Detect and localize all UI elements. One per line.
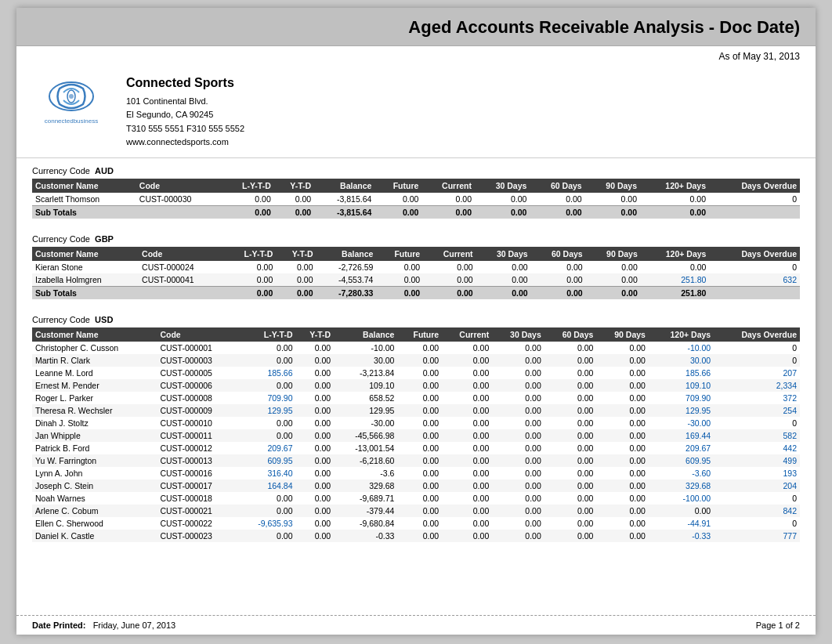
svg-point-2 — [69, 94, 74, 99]
as-of-date: As of May 31, 2013 — [16, 46, 816, 65]
aud-code: AUD — [95, 166, 114, 175]
usd-currency-label: Currency Code USD — [32, 315, 800, 324]
gbp-currency-label: Currency Code GBP — [32, 234, 800, 244]
usd-table: Customer Name Code L-Y-T-D Y-T-D Balance… — [32, 327, 800, 542]
table-row: Patrick B. FordCUST-000012209.670.00-13,… — [32, 442, 800, 454]
subtotal-row: Sub Totals0.000.00-7,280.330.000.000.000… — [32, 286, 800, 299]
col-future: Future — [374, 179, 421, 193]
col-days-overdue: Days Overdue — [709, 179, 800, 193]
company-address1: 101 Continental Blvd. — [126, 95, 244, 109]
col-customer-name: Customer Name — [32, 327, 157, 342]
company-address2: El Segundo, CA 90245 — [126, 108, 244, 122]
col-ytd: Y-T-D — [276, 247, 316, 261]
col-balance: Balance — [334, 327, 397, 342]
col-balance: Balance — [316, 247, 376, 261]
col-customer-name: Customer Name — [32, 247, 139, 261]
col-90days: 90 Days — [586, 247, 641, 261]
company-info: Connected Sports 101 Continental Blvd. E… — [126, 73, 244, 150]
company-phone: T310 555 5551 F310 555 5552 — [126, 122, 244, 136]
table-row: Leanne M. LordCUST-000005185.660.00-3,21… — [32, 367, 800, 379]
col-lytd: L-Y-T-D — [238, 327, 295, 342]
table-row: Daniel K. CastleCUST-0000230.000.00-0.33… — [32, 530, 800, 542]
col-60days: 60 Days — [544, 327, 597, 342]
col-current: Current — [421, 179, 475, 193]
report-page: Aged Accounts Receivable Analysis - Doc … — [16, 8, 816, 635]
col-code: Code — [157, 327, 238, 342]
report-footer: Date Printed: Friday, June 07, 2013 Page… — [16, 615, 816, 635]
col-future: Future — [397, 327, 442, 342]
report-content: Currency Code AUD Customer Name Code L-Y… — [16, 158, 816, 566]
usd-code: USD — [95, 315, 113, 324]
table-row: Christopher C. CussonCUST-0000010.000.00… — [32, 342, 800, 354]
company-name: Connected Sports — [126, 73, 244, 93]
col-future: Future — [376, 247, 423, 261]
col-30days: 30 Days — [476, 247, 531, 261]
col-customer-name: Customer Name — [32, 179, 136, 193]
table-row: Kieran StoneCUST-0000240.000.00-2,726.59… — [32, 261, 800, 273]
gbp-code: GBP — [95, 234, 114, 244]
table-row: Theresa R. WechslerCUST-000009129.950.00… — [32, 404, 800, 417]
table-row: Dinah J. StoltzCUST-0000100.000.00-30.00… — [32, 417, 800, 429]
table-row: Scarlett ThomsonCUST-0000300.000.00-3,81… — [32, 193, 800, 206]
col-current: Current — [423, 247, 476, 261]
page-info: Page 1 of 2 — [756, 620, 800, 630]
col-code: Code — [139, 247, 225, 261]
company-logo — [44, 77, 99, 116]
aud-section: Currency Code AUD Customer Name Code L-Y… — [32, 166, 800, 219]
col-ytd: Y-T-D — [274, 179, 314, 193]
col-60days: 60 Days — [530, 179, 584, 193]
col-balance: Balance — [314, 179, 374, 193]
print-date-area: Date Printed: Friday, June 07, 2013 — [32, 620, 175, 630]
col-120days: 120+ Days — [641, 247, 710, 261]
table-row: Ernest M. PenderCUST-0000060.000.00109.1… — [32, 379, 800, 392]
print-label: Date Printed: — [32, 620, 85, 630]
col-90days: 90 Days — [596, 327, 649, 342]
table-row: Roger L. ParkerCUST-000008709.900.00658.… — [32, 392, 800, 404]
gbp-section: Currency Code GBP Customer Name Code L-Y… — [32, 234, 800, 299]
table-row: Izabella HolmgrenCUST-0000410.000.00-4,5… — [32, 273, 800, 287]
col-120days: 120+ Days — [649, 327, 714, 342]
table-row: Joseph C. SteinCUST-000017164.840.00329.… — [32, 479, 800, 492]
logo-text: connectedbusiness — [45, 118, 99, 125]
table-row: Lynn A. JohnCUST-000016316.400.00-3.60.0… — [32, 467, 800, 479]
col-days-overdue: Days Overdue — [709, 247, 800, 261]
usd-section: Currency Code USD Customer Name Code L-Y… — [32, 315, 800, 542]
aud-table: Customer Name Code L-Y-T-D Y-T-D Balance… — [32, 179, 800, 219]
gbp-table: Customer Name Code L-Y-T-D Y-T-D Balance… — [32, 247, 800, 299]
table-row: Jan WhippleCUST-0000110.000.00-45,566.98… — [32, 429, 800, 442]
print-date: Friday, June 07, 2013 — [93, 620, 176, 630]
aud-currency-label: Currency Code AUD — [32, 166, 800, 175]
col-90days: 90 Days — [585, 179, 640, 193]
col-lytd: L-Y-T-D — [225, 247, 277, 261]
col-current: Current — [442, 327, 492, 342]
col-30days: 30 Days — [492, 327, 544, 342]
table-row: Martin R. ClarkCUST-0000030.000.0030.000… — [32, 354, 800, 367]
report-title: Aged Accounts Receivable Analysis - Doc … — [408, 17, 800, 37]
col-60days: 60 Days — [531, 247, 586, 261]
table-row: Yu W. FarringtonCUST-000013609.950.00-6,… — [32, 454, 800, 467]
col-120days: 120+ Days — [640, 179, 709, 193]
company-header: connectedbusiness Connected Sports 101 C… — [16, 65, 816, 158]
col-days-overdue: Days Overdue — [714, 327, 800, 342]
col-30days: 30 Days — [475, 179, 530, 193]
col-code: Code — [136, 179, 222, 193]
subtotal-row: Sub Totals0.000.00-3,815.640.000.000.000… — [32, 205, 800, 219]
logo-container: connectedbusiness — [32, 73, 110, 128]
company-web: www.connectedsports.com — [126, 136, 244, 150]
col-ytd: Y-T-D — [296, 327, 335, 342]
table-row: Ellen C. SherwoodCUST-000022-9,635.930.0… — [32, 517, 800, 530]
table-row: Arlene C. CobumCUST-0000210.000.00-379.4… — [32, 505, 800, 517]
table-row: Noah WarnesCUST-0000180.000.00-9,689.710… — [32, 492, 800, 505]
title-bar: Aged Accounts Receivable Analysis - Doc … — [16, 8, 816, 46]
col-lytd: L-Y-T-D — [222, 179, 274, 193]
